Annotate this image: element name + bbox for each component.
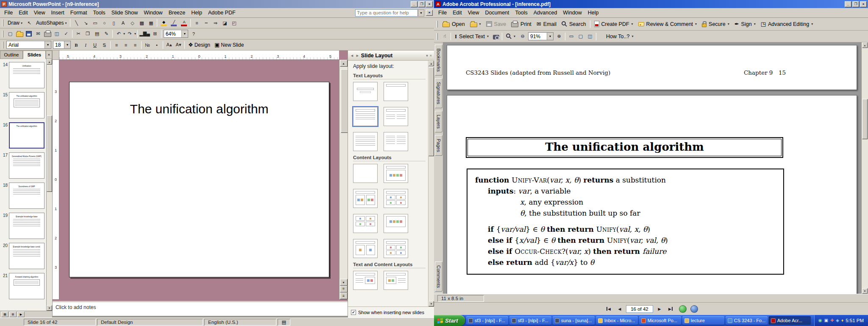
- align-left-icon[interactable]: ≡: [112, 41, 121, 49]
- slide-thumbnail-selected[interactable]: 16 The unification algorithm: [1, 122, 45, 149]
- dropdown-arrow-icon[interactable]: ▾: [45, 41, 51, 48]
- layout-title-and-2col-text[interactable]: [384, 107, 408, 126]
- taskbar-button-powerpoint[interactable]: Microsoft Po...: [639, 316, 681, 325]
- taskbar-button-sf3-1[interactable]: sf3 - [nlpi] - F...: [466, 316, 508, 325]
- zoom-tool-button[interactable]: ▾: [504, 31, 518, 42]
- new-document-icon[interactable]: ▢: [6, 30, 15, 38]
- text-shadow-icon[interactable]: S: [100, 41, 109, 49]
- secure-button[interactable]: Secure▾: [699, 19, 732, 29]
- menu-slide-show[interactable]: Slide Show: [108, 8, 141, 17]
- dropdown-arrow-icon[interactable]: ▾: [547, 33, 553, 40]
- taskpane-back-icon[interactable]: ◄: [350, 53, 354, 58]
- notes-pane[interactable]: Click to add notes: [53, 301, 348, 318]
- underline-icon[interactable]: U: [90, 41, 100, 49]
- scroll-up-icon[interactable]: ▲: [47, 59, 52, 65]
- arrow-style-icon[interactable]: ⇒: [211, 19, 220, 27]
- next-slide-button[interactable]: ⇊: [340, 292, 348, 299]
- shadow-style-icon[interactable]: ◪: [220, 19, 229, 27]
- tab-layers[interactable]: Layers: [435, 111, 442, 132]
- question-dropdown-icon[interactable]: ▾: [418, 9, 424, 17]
- close-panel-icon[interactable]: ×: [46, 51, 52, 59]
- redo-icon[interactable]: ↷: [125, 30, 134, 38]
- font-name-combobox[interactable]: Arial▾: [6, 41, 51, 49]
- layout-title-and-content[interactable]: [353, 189, 378, 208]
- scroll-down-icon[interactable]: ▼: [428, 301, 434, 306]
- align-right-icon[interactable]: ≡: [131, 41, 140, 49]
- fill-color-button[interactable]: ◆: [159, 19, 169, 27]
- menu-tools[interactable]: Tools: [90, 8, 108, 17]
- taskbar-button-acrobat[interactable]: Adobe Acr...: [769, 316, 811, 325]
- document-scrollbar[interactable]: ▲ ▼: [861, 42, 868, 294]
- organizer-button[interactable]: ▾: [467, 19, 484, 29]
- fit-width-icon[interactable]: ◫: [585, 32, 595, 41]
- layout-content-4[interactable]: [353, 214, 378, 233]
- taskpane-close-icon[interactable]: ×: [430, 53, 432, 58]
- 3d-style-icon[interactable]: ◰: [229, 19, 239, 27]
- layout-title-only[interactable]: [384, 82, 408, 101]
- menu-help[interactable]: Help: [188, 8, 205, 17]
- diagram-icon[interactable]: ◇: [128, 19, 137, 27]
- dropdown-arrow-icon[interactable]: ▾: [64, 41, 70, 48]
- taskbar-button-sf3-2[interactable]: sf3 - [nlpi] - F...: [509, 316, 551, 325]
- review-comment-button[interactable]: Review & Comment▾: [636, 19, 699, 29]
- toolbar-grip[interactable]: [437, 33, 438, 40]
- scroll-down-icon[interactable]: ▼: [862, 288, 868, 294]
- clipart-icon[interactable]: ▩: [137, 19, 146, 27]
- menu-tools[interactable]: Tools: [512, 8, 531, 17]
- menu-adobe-pdf[interactable]: Adobe PDF: [205, 8, 239, 17]
- menu-view[interactable]: View: [31, 8, 48, 17]
- last-page-button[interactable]: ▶: [666, 305, 675, 313]
- textbox-icon[interactable]: ▯: [109, 19, 118, 27]
- layout-text-and-content[interactable]: [353, 271, 378, 290]
- next-view-button[interactable]: [690, 305, 698, 313]
- format-painter-icon[interactable]: ✎: [102, 30, 111, 38]
- menu-breeze[interactable]: Breeze: [166, 8, 189, 17]
- first-page-button[interactable]: ◀: [604, 305, 613, 313]
- taskpane-scrollbar[interactable]: ▲ ▼: [428, 61, 434, 306]
- print-button[interactable]: Print: [509, 19, 534, 29]
- select-text-button[interactable]: ISelect Text▾: [452, 31, 491, 42]
- tray-icon[interactable]: ✚: [830, 318, 834, 323]
- line-icon[interactable]: ╲: [72, 19, 81, 27]
- picture-icon[interactable]: ▦: [146, 19, 156, 27]
- scroll-up-icon[interactable]: ▲: [862, 42, 868, 48]
- scrollbar-track[interactable]: [341, 67, 346, 279]
- advanced-editing-button[interactable]: ◳Advanced Editing▾: [758, 19, 816, 29]
- hand-tool-icon[interactable]: ☝: [440, 32, 449, 41]
- powerpoint-titlebar[interactable]: P Microsoft PowerPoint - [n9-inference] …: [0, 0, 434, 8]
- design-template-status[interactable]: Default Design: [97, 319, 203, 326]
- scrollbar-track[interactable]: [47, 65, 52, 305]
- line-color-button[interactable]: ╱: [169, 19, 179, 27]
- next-page-button[interactable]: ▶: [655, 305, 664, 313]
- layout-title-and-text[interactable]: [353, 107, 378, 126]
- open-button[interactable]: Open: [440, 19, 467, 29]
- toolbar-grip[interactable]: [2, 42, 3, 48]
- how-to-button[interactable]: How To..?▾: [604, 31, 636, 42]
- taskbar-button-cs3243[interactable]: CS 3243 - Fo...: [726, 316, 768, 325]
- autoshapes-menu-button[interactable]: AutoShapes▾: [34, 19, 69, 27]
- scrollbar-track[interactable]: [862, 48, 868, 288]
- wordart-icon[interactable]: A: [118, 19, 128, 27]
- taskpane-forward-icon[interactable]: ►: [356, 53, 359, 58]
- previous-slide-button[interactable]: ⇈: [340, 286, 348, 292]
- insert-chart-icon[interactable]: ▂▇▄: [139, 30, 150, 38]
- font-size-combobox[interactable]: 18▾: [53, 41, 71, 49]
- restore-button[interactable]: ❐: [418, 1, 425, 7]
- normal-view-button[interactable]: ▤: [1, 312, 8, 317]
- snapshot-tool-icon[interactable]: [491, 32, 501, 41]
- open-icon[interactable]: [15, 30, 24, 38]
- spelling-icon[interactable]: ✓: [61, 30, 71, 38]
- sign-button[interactable]: ✒Sign▾: [732, 19, 758, 29]
- print-icon[interactable]: [43, 30, 52, 38]
- cut-icon[interactable]: ✂: [74, 30, 83, 38]
- thumbnails-scrollbar[interactable]: ▲ ▼: [46, 59, 52, 311]
- scroll-down-icon[interactable]: ▼: [47, 305, 52, 311]
- scrollbar-thumb[interactable]: [341, 69, 348, 133]
- layout-content[interactable]: [384, 164, 408, 183]
- dropdown-arrow-icon[interactable]: ▾: [181, 30, 188, 37]
- layout-content-grid[interactable]: [384, 239, 408, 258]
- zoom-out-icon[interactable]: ⊖: [518, 32, 527, 41]
- taskbar-button-inbox[interactable]: Inbox - Micro...: [596, 316, 638, 325]
- restore-button[interactable]: ❐: [852, 1, 859, 7]
- tab-slides[interactable]: Slides: [23, 51, 46, 59]
